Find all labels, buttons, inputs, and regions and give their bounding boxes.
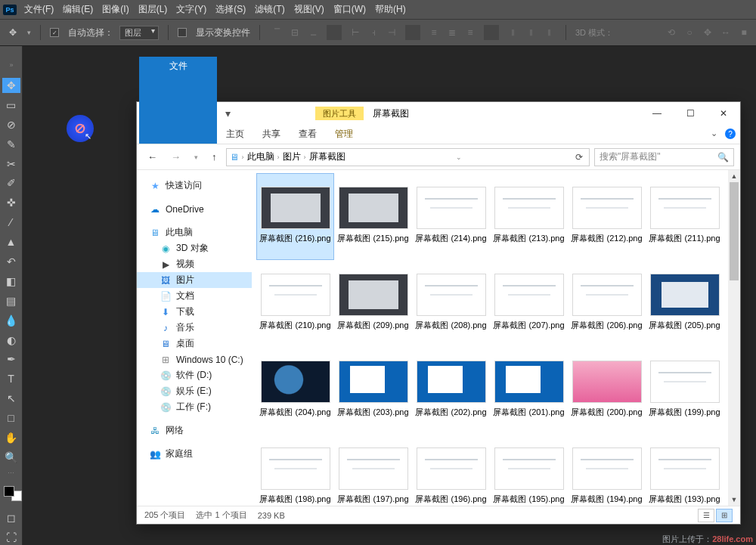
quick-select-tool[interactable]: ✎ xyxy=(2,137,20,152)
file-item[interactable]: 屏幕截图 (202).png xyxy=(412,347,490,434)
type-tool[interactable]: T xyxy=(2,371,20,386)
crop-tool[interactable]: ✂ xyxy=(2,156,20,172)
move-tool-icon[interactable]: ✥ xyxy=(5,24,21,41)
eyedropper-tool[interactable]: ✐ xyxy=(2,175,20,190)
file-item[interactable]: 屏幕截图 (197).png xyxy=(334,434,412,506)
file-item[interactable]: 屏幕截图 (206).png xyxy=(568,260,646,347)
tree-child-item[interactable]: ◉3D 对象 xyxy=(137,240,252,256)
tree-quick-access[interactable]: ★快速访问 xyxy=(137,178,252,194)
file-item[interactable]: 屏幕截图 (204).png xyxy=(256,347,334,434)
dist-right-icon[interactable]: ⦀ xyxy=(541,25,556,40)
hand-tool[interactable]: ✋ xyxy=(2,430,20,445)
file-item[interactable]: 屏幕截图 (213).png xyxy=(490,173,568,260)
ribbon-file-tab[interactable]: 文件 xyxy=(139,57,217,144)
dropdown-arrow-icon[interactable]: ▾ xyxy=(27,29,31,36)
align-vmid-icon[interactable]: ⊟ xyxy=(287,25,302,40)
file-item[interactable]: 屏幕截图 (199).png xyxy=(646,347,723,434)
menu-item[interactable]: 图像(I) xyxy=(102,3,129,16)
file-item[interactable]: 屏幕截图 (193).png xyxy=(646,434,723,506)
menu-item[interactable]: 文字(Y) xyxy=(176,3,206,16)
tree-child-item[interactable]: 💿娱乐 (E:) xyxy=(137,383,252,399)
tree-child-item[interactable]: ♪音乐 xyxy=(137,320,252,336)
mask-mode-icon[interactable]: ◻ xyxy=(2,510,20,525)
auto-select-checkbox[interactable]: ✓ xyxy=(50,28,59,37)
file-item[interactable]: 屏幕截图 (207).png xyxy=(490,260,568,347)
file-item[interactable]: 屏幕截图 (210).png xyxy=(256,260,334,347)
menu-item[interactable]: 选择(S) xyxy=(215,3,246,16)
nav-up-button[interactable]: ↑ xyxy=(207,150,222,164)
scroll-thumb[interactable] xyxy=(730,182,739,280)
crumb-pc[interactable]: 此电脑 xyxy=(247,150,274,163)
file-item[interactable]: 屏幕截图 (200).png xyxy=(568,347,646,434)
qat-select-icon[interactable]: ▾ xyxy=(218,105,237,122)
tree-child-item[interactable]: ⊞Windows 10 (C:) xyxy=(137,351,252,367)
file-item[interactable]: 屏幕截图 (215).png xyxy=(334,173,412,260)
ribbon-tab[interactable]: 查看 xyxy=(290,125,326,144)
menu-item[interactable]: 帮助(H) xyxy=(375,3,406,16)
ribbon-tab[interactable]: 主页 xyxy=(217,125,253,144)
ribbon-manage-tab[interactable]: 管理 xyxy=(326,125,362,144)
color-swatch[interactable] xyxy=(4,486,19,499)
blur-tool[interactable]: 💧 xyxy=(2,313,20,328)
file-item[interactable]: 屏幕截图 (196).png xyxy=(412,434,490,506)
dist-hmid-icon[interactable]: ⦀ xyxy=(523,25,538,40)
pan-icon[interactable]: ✥ xyxy=(700,25,715,40)
scrollbar[interactable]: ▲ ▼ xyxy=(728,170,740,506)
file-item[interactable]: 屏幕截图 (194).png xyxy=(568,434,646,506)
nav-forward-button[interactable]: → xyxy=(166,150,185,164)
zoom3d-icon[interactable]: ■ xyxy=(736,25,751,40)
file-item[interactable]: 屏幕截图 (214).png xyxy=(412,173,490,260)
history-brush-tool[interactable]: ↶ xyxy=(2,254,20,269)
show-transform-checkbox[interactable] xyxy=(178,28,187,37)
maximize-button[interactable]: ☐ xyxy=(674,102,707,125)
minimize-button[interactable]: — xyxy=(640,102,674,125)
crumb-pictures[interactable]: 图片 xyxy=(283,150,301,163)
dist-left-icon[interactable]: ⦀ xyxy=(505,25,520,40)
view-thumbnails-icon[interactable]: ⊞ xyxy=(716,509,733,522)
chevron-right-icon[interactable]: › xyxy=(304,153,306,161)
more-tools-icon[interactable]: ⋯ xyxy=(8,469,14,477)
shape-tool[interactable]: □ xyxy=(2,410,20,426)
move-tool[interactable]: ✥ xyxy=(2,78,20,93)
zoom-tool[interactable]: 🔍 xyxy=(2,450,20,465)
healing-tool[interactable]: ✜ xyxy=(2,195,20,210)
tree-child-item[interactable]: 💿软件 (D:) xyxy=(137,367,252,383)
stamp-tool[interactable]: ▲ xyxy=(2,234,20,249)
refresh-icon[interactable]: ⟳ xyxy=(572,152,586,163)
menu-item[interactable]: 编辑(E) xyxy=(63,3,93,16)
marquee-tool[interactable]: ▭ xyxy=(2,98,20,113)
dist-bottom-icon[interactable]: ≡ xyxy=(463,25,478,40)
addr-dropdown-icon[interactable]: ⌄ xyxy=(456,153,462,161)
view-details-icon[interactable]: ☰ xyxy=(698,509,714,522)
address-bar[interactable]: 🖥 › 此电脑 › 图片 › 屏幕截图 ⌄ ⟳ xyxy=(226,148,590,166)
lasso-tool[interactable]: ⊘ xyxy=(2,117,20,132)
tree-child-item[interactable]: ⬇下载 xyxy=(137,304,252,320)
tree-child-item[interactable]: 🖥桌面 xyxy=(137,336,252,351)
nav-back-button[interactable]: ← xyxy=(143,150,162,164)
menu-item[interactable]: 图层(L) xyxy=(138,3,168,16)
search-input[interactable]: 搜索"屏幕截图" 🔍 xyxy=(594,148,734,166)
menu-item[interactable]: 视图(V) xyxy=(294,3,324,16)
crumb-screenshots[interactable]: 屏幕截图 xyxy=(309,150,345,163)
tree-this-pc[interactable]: 🖥此电脑 xyxy=(137,225,252,240)
brush-tool[interactable]: ∕ xyxy=(2,215,20,230)
ribbon-collapse-icon[interactable]: ⌄ xyxy=(711,129,717,139)
auto-select-target-dropdown[interactable]: 图层 xyxy=(119,26,159,40)
eraser-tool[interactable]: ◧ xyxy=(2,274,20,289)
menu-item[interactable]: 文件(F) xyxy=(24,3,54,16)
gradient-tool[interactable]: ▤ xyxy=(2,293,20,308)
menu-item[interactable]: 窗口(W) xyxy=(333,3,366,16)
screen-mode-icon[interactable]: ⛶ xyxy=(2,530,20,545)
align-left-icon[interactable]: ⊢ xyxy=(348,25,363,40)
file-grid[interactable]: 屏幕截图 (216).png屏幕截图 (215).png屏幕截图 (214).p… xyxy=(252,170,740,506)
tree-onedrive[interactable]: ☁OneDrive xyxy=(137,201,252,217)
align-right-icon[interactable]: ⊣ xyxy=(384,25,399,40)
menu-item[interactable]: 滤镜(T) xyxy=(255,3,284,16)
path-tool[interactable]: ↖ xyxy=(2,391,20,406)
scroll-up-icon[interactable]: ▲ xyxy=(728,170,740,182)
align-top-icon[interactable]: ⎺ xyxy=(269,25,284,40)
ribbon-tab[interactable]: 共享 xyxy=(253,125,290,144)
help-icon[interactable]: ? xyxy=(725,129,736,139)
file-item[interactable]: 屏幕截图 (205).png xyxy=(646,260,723,347)
tree-homegroup[interactable]: 👥家庭组 xyxy=(137,446,252,462)
